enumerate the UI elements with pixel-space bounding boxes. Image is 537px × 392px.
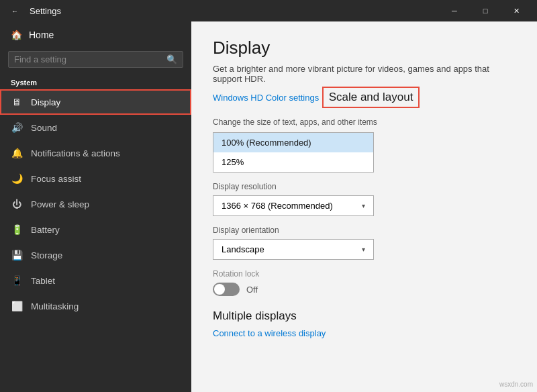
titlebar-title: Settings — [30, 6, 61, 16]
sidebar-item-label-tablet: Tablet — [31, 276, 55, 286]
power-icon: ⏻ — [11, 198, 23, 210]
sidebar-item-label-display: Display — [31, 97, 60, 107]
toggle-thumb — [214, 284, 225, 295]
resolution-value: 1366 × 768 (Recommended) — [222, 201, 333, 211]
sidebar-item-storage[interactable]: 💾 Storage — [0, 242, 191, 268]
sidebar-item-battery[interactable]: 🔋 Battery — [0, 217, 191, 242]
scale-dropdown-open[interactable]: 100% (Recommended) 125% — [213, 132, 374, 173]
restore-button[interactable]: □ — [470, 0, 501, 21]
sidebar-item-label-focus: Focus assist — [31, 174, 81, 184]
app-body: 🏠 Home 🔍 System 🖥 Display 🔊 Sound 🔔 Noti… — [0, 21, 537, 392]
sidebar-item-label-battery: Battery — [31, 225, 60, 235]
storage-icon: 💾 — [11, 249, 23, 261]
chevron-down-icon: ▾ — [362, 202, 365, 209]
sidebar-item-label-notifications: Notifications & actions — [31, 148, 120, 158]
chevron-down-icon-2: ▾ — [362, 246, 365, 253]
change-size-label: Change the size of text, apps, and other… — [213, 117, 516, 127]
multiple-displays-header: Multiple displays — [213, 309, 516, 323]
battery-icon: 🔋 — [11, 224, 23, 236]
search-icon: 🔍 — [166, 54, 177, 64]
rotation-lock-row: Off — [213, 283, 516, 296]
multitasking-icon: ⬜ — [11, 300, 23, 312]
tablet-icon: 📱 — [11, 275, 23, 287]
focus-icon: 🌙 — [11, 173, 23, 185]
minimize-button[interactable]: ─ — [439, 0, 470, 21]
sidebar-item-power[interactable]: ⏻ Power & sleep — [0, 191, 191, 217]
orientation-dropdown[interactable]: Landscape ▾ — [213, 239, 374, 260]
main-panel: Display Get a brighter and more vibrant … — [191, 21, 537, 392]
home-label: Home — [29, 30, 54, 40]
back-button[interactable]: ← — [5, 0, 24, 21]
window-controls: ─ □ ✕ — [439, 0, 532, 21]
toggle-off-text: Off — [246, 285, 258, 295]
orientation-value: Landscape — [222, 244, 264, 254]
sidebar-item-label-power: Power & sleep — [31, 199, 89, 209]
sidebar-item-tablet[interactable]: 📱 Tablet — [0, 268, 191, 293]
titlebar: ← Settings ─ □ ✕ — [0, 0, 537, 21]
display-icon: 🖥 — [11, 96, 23, 108]
scale-option-100[interactable]: 100% (Recommended) — [213, 133, 373, 152]
page-title: Display — [213, 38, 516, 58]
sidebar-item-label-sound: Sound — [31, 123, 57, 133]
titlebar-left: ← Settings — [5, 0, 61, 21]
sidebar-item-home[interactable]: 🏠 Home — [0, 21, 191, 48]
home-icon: 🏠 — [11, 30, 22, 40]
orientation-label: Display orientation — [213, 226, 516, 235]
sidebar-item-notifications[interactable]: 🔔 Notifications & actions — [0, 140, 191, 166]
sidebar-item-sound[interactable]: 🔊 Sound — [0, 115, 191, 140]
close-button[interactable]: ✕ — [501, 0, 532, 21]
sidebar-item-multitasking[interactable]: ⬜ Multitasking — [0, 293, 191, 319]
hdr-link[interactable]: Windows HD Color settings — [213, 93, 319, 103]
sidebar-item-display[interactable]: 🖥 Display — [0, 89, 191, 115]
sidebar-item-focus[interactable]: 🌙 Focus assist — [0, 166, 191, 191]
scale-option-125[interactable]: 125% — [213, 152, 373, 172]
hdr-description: Get a brighter and more vibrant picture … — [213, 64, 516, 84]
sound-icon: 🔊 — [11, 121, 23, 134]
sidebar-item-label-multitasking: Multitasking — [31, 301, 79, 311]
connect-wireless-link[interactable]: Connect to a wireless display — [213, 328, 326, 338]
sidebar-item-label-storage: Storage — [31, 250, 62, 260]
rotation-lock-toggle[interactable] — [213, 283, 240, 296]
notifications-icon: 🔔 — [11, 147, 23, 159]
sidebar-search-container: 🔍 — [8, 51, 183, 68]
sidebar: 🏠 Home 🔍 System 🖥 Display 🔊 Sound 🔔 Noti… — [0, 21, 191, 392]
rotation-lock-label: Rotation lock — [213, 269, 516, 279]
sidebar-section-label: System — [0, 73, 191, 89]
watermark: wsxdn.com — [499, 381, 533, 388]
scale-section-header: Scale and layout — [322, 87, 420, 108]
resolution-label: Display resolution — [213, 182, 516, 191]
search-input[interactable] — [14, 54, 162, 64]
resolution-dropdown[interactable]: 1366 × 768 (Recommended) ▾ — [213, 195, 374, 216]
